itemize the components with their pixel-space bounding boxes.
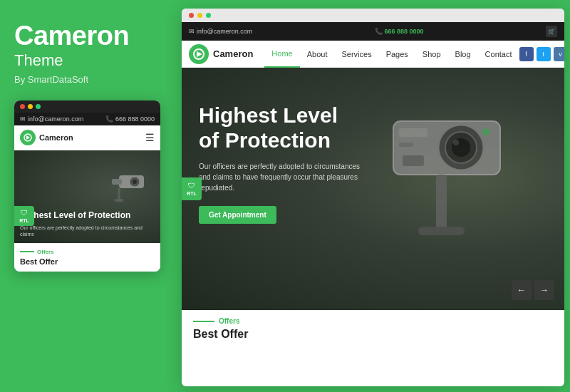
browser-menubar: Cameron Home About Services Pages Shop B… [182, 41, 564, 68]
svg-rect-7 [115, 199, 123, 202]
envelope-icon: ✉ [20, 115, 26, 123]
brand-subtitle: Theme [14, 51, 160, 70]
offers-dash-wide [193, 321, 214, 322]
twitter-icon[interactable]: t [537, 47, 551, 61]
hero-description: Our officers are perfectly adopted to ci… [199, 161, 370, 193]
mobile-email-row: ✉ info@cameron.com [20, 115, 83, 123]
browser-mockup: ✉ info@cameron.com 📞 666 888 0000 🛒 Came… [182, 9, 564, 386]
mobile-topbar [14, 100, 160, 113]
mobile-hero-desc: Our officers are perfectly adopted to ci… [20, 225, 155, 237]
mobile-hero: Highest Level of Protection Our officers… [14, 150, 160, 243]
mobile-hero-title: Highest Level of Protection [20, 210, 155, 222]
svg-marker-9 [197, 51, 202, 57]
mobile-logo-text: Cameron [39, 133, 73, 142]
menu-blog[interactable]: Blog [448, 41, 478, 68]
rtl-badge-mobile: 🛡 RTL [14, 206, 34, 226]
browser-logo: Cameron [189, 44, 253, 64]
shield-icon-mobile: 🛡 [21, 209, 28, 217]
mobile-mockup: 🛡 RTL ✉ info@cameron.com 📞 666 888 0000 [14, 100, 160, 272]
svg-rect-15 [436, 175, 447, 232]
hero-prev-arrow[interactable]: ← [512, 280, 532, 300]
browser-phone-text: 666 888 0000 [385, 28, 424, 35]
mobile-logo: Cameron [20, 130, 73, 145]
mobile-logo-icon [20, 130, 36, 145]
brand-by: By SmartDataSoft [14, 74, 160, 85]
offers-row: Offers [193, 317, 553, 325]
svg-rect-3 [112, 179, 122, 185]
mobile-offers: Offers Best Offer [14, 243, 160, 272]
get-appointment-button[interactable]: Get Appointment [199, 206, 276, 224]
svg-marker-1 [26, 135, 30, 140]
social-icons: f t v G+ [519, 47, 565, 61]
shield-icon-browser: 🛡 [188, 182, 195, 190]
browser-dot-red [189, 13, 194, 18]
dot-green [36, 104, 41, 109]
mobile-header-bar: ✉ info@cameron.com 📞 666 888 0000 [14, 113, 160, 125]
facebook-icon[interactable]: f [519, 47, 534, 61]
svg-point-19 [482, 128, 489, 135]
hero-content: Highest Level of Protection Our officers… [182, 68, 388, 224]
browser-hero: 🛡 RTL [182, 68, 564, 310]
hero-nav-arrows: ← → [512, 280, 554, 300]
phone-icon: 📞 [105, 115, 113, 123]
browser-phone-icon: 📞 [375, 28, 383, 35]
browser-dot-green [206, 13, 211, 18]
vk-icon[interactable]: v [554, 47, 565, 61]
mobile-phone-row: 📞 666 888 0000 [105, 115, 155, 123]
browser-envelope-icon: ✉ [189, 28, 195, 35]
rtl-badge-browser: 🛡 RTL [182, 177, 202, 200]
mobile-nav-bar: Cameron ☰ [14, 125, 160, 150]
browser-topbar [182, 9, 564, 22]
best-offer-title-browser: Best Offer [193, 328, 553, 341]
svg-rect-18 [399, 143, 413, 147]
browser-logo-icon [189, 44, 209, 64]
browser-email-text: info@cameron.com [197, 28, 252, 35]
hamburger-icon[interactable]: ☰ [145, 132, 155, 143]
menu-home[interactable]: Home [264, 41, 299, 68]
dot-yellow [28, 104, 33, 109]
offers-dash [20, 251, 34, 252]
offers-label-browser: Offers [219, 317, 239, 325]
menu-shop[interactable]: Shop [415, 41, 448, 68]
cart-icon[interactable]: 🛒 [546, 26, 557, 37]
browser-offers-section: Offers Best Offer [182, 310, 564, 348]
svg-rect-17 [399, 128, 428, 137]
menu-pages[interactable]: Pages [379, 41, 415, 68]
left-panel: Cameron Theme By SmartDataSoft 🛡 RTL ✉ i… [0, 0, 175, 392]
svg-rect-20 [403, 155, 424, 166]
browser-phone-row: 📞 666 888 0000 [375, 28, 424, 35]
brand-name: Cameron [14, 21, 160, 51]
browser-email-row: ✉ info@cameron.com [189, 28, 252, 35]
browser-logo-text: Cameron [213, 48, 253, 59]
svg-point-14 [453, 140, 459, 145]
hero-next-arrow[interactable]: → [534, 280, 554, 300]
best-offer-heading-mobile: Best Offer [20, 257, 155, 266]
offers-label-mobile: Offers [37, 249, 54, 255]
mobile-phone: 666 888 0000 [115, 115, 155, 123]
dot-red [20, 104, 25, 109]
menu-services[interactable]: Services [334, 41, 378, 68]
rtl-label-browser: RTL [187, 191, 197, 196]
browser-nav-icons: 🛒 [546, 26, 557, 37]
browser-nav-bar: ✉ info@cameron.com 📞 666 888 0000 🛒 [182, 22, 564, 41]
mobile-email: info@cameron.com [28, 115, 83, 123]
menu-about[interactable]: About [300, 41, 335, 68]
browser-dot-yellow [197, 13, 202, 18]
mobile-hero-content: Highest Level of Protection Our officers… [20, 210, 155, 237]
svg-rect-16 [418, 227, 465, 235]
menu-contact[interactable]: Contact [478, 41, 519, 68]
hero-title: Highest Level of Protection [199, 103, 371, 153]
svg-point-5 [133, 180, 137, 184]
menu-items: Home About Services Pages Shop Blog Cont… [264, 41, 519, 68]
